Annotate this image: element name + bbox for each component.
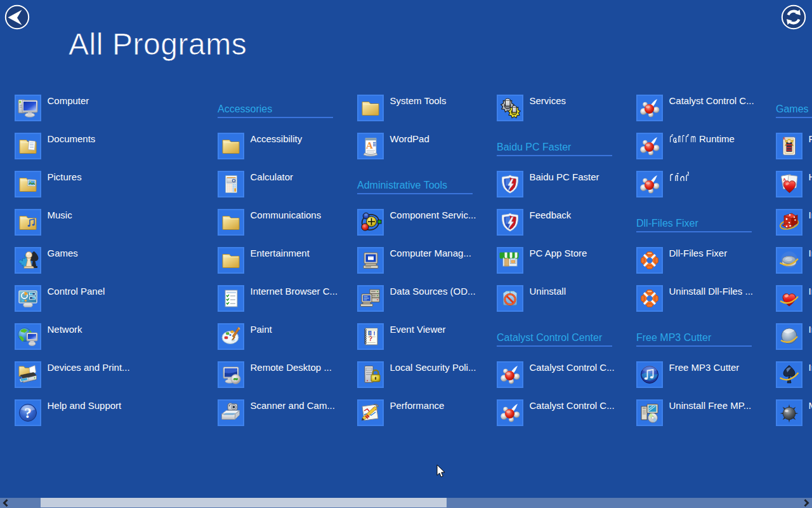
- svg-text:!: !: [374, 330, 376, 337]
- svg-text:i: i: [369, 331, 370, 335]
- svg-text:A: A: [366, 140, 373, 150]
- svg-text:?: ?: [24, 404, 32, 420]
- svg-text:?: ?: [369, 335, 372, 342]
